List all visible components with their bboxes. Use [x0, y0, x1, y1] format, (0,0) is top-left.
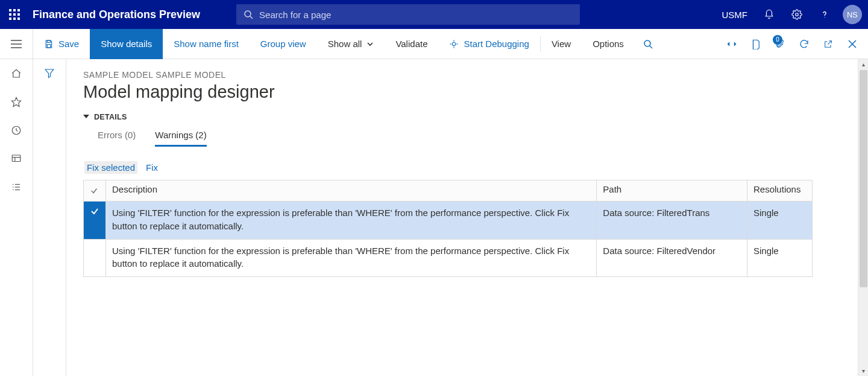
tab-warnings[interactable]: Warnings (2) — [155, 130, 206, 147]
office-icon — [751, 39, 761, 49]
cell-path: Data source: FilteredTrans — [597, 202, 747, 240]
svg-point-2 — [796, 13, 799, 16]
hamburger-icon — [11, 40, 22, 48]
office-addins-button[interactable] — [744, 29, 768, 59]
warnings-grid: Description Path Resolutions — [83, 180, 813, 277]
scroll-up-arrow[interactable]: ▴ — [858, 59, 868, 69]
warnings-grid-container: Fix selected Fix — [83, 162, 813, 277]
nav-workspaces[interactable] — [0, 144, 33, 173]
cell-description: Using 'FILTER' function for the expressi… — [106, 202, 597, 240]
save-label: Save — [58, 39, 79, 49]
connector-button[interactable] — [720, 29, 744, 59]
row-select-checkbox[interactable] — [84, 202, 106, 240]
nav-recent[interactable] — [0, 116, 33, 144]
grid-toolbar: Fix selected Fix — [83, 162, 813, 180]
view-menu[interactable]: View — [541, 29, 582, 59]
start-debugging-label: Start Debugging — [464, 39, 529, 49]
svg-marker-33 — [45, 69, 54, 78]
workspace-icon — [11, 153, 22, 164]
left-nav-rail — [0, 29, 33, 376]
svg-point-3 — [824, 17, 825, 18]
show-all-label: Show all — [328, 39, 362, 49]
validate-label: Validate — [395, 39, 427, 49]
checkmark-icon — [90, 186, 98, 195]
settings-button[interactable] — [784, 0, 810, 29]
caret-down-icon — [83, 115, 89, 118]
nav-home[interactable] — [0, 59, 33, 88]
scroll-down-arrow[interactable]: ▾ — [858, 366, 868, 376]
user-avatar[interactable]: NS — [843, 5, 862, 24]
vertical-scrollbar[interactable]: ▴ ▾ — [858, 59, 868, 376]
refresh-icon — [799, 39, 810, 49]
close-icon — [848, 40, 857, 48]
grid-row[interactable]: Using 'FILTER' function for the expressi… — [84, 239, 813, 277]
show-details-button[interactable]: Show details — [90, 29, 163, 59]
action-bar-right: 0 — [720, 29, 868, 59]
svg-line-26 — [650, 46, 652, 48]
show-name-first-button[interactable]: Show name first — [163, 29, 250, 59]
find-button[interactable] — [635, 29, 661, 59]
app-launcher-button[interactable] — [0, 0, 29, 29]
home-icon — [11, 68, 22, 79]
global-search[interactable]: Search for a page — [236, 4, 580, 25]
validate-button[interactable]: Validate — [385, 29, 438, 59]
page-title: Model mapping designer — [83, 82, 868, 102]
grid-row[interactable]: Using 'FILTER' function for the expressi… — [84, 202, 813, 240]
save-button[interactable]: Save — [33, 29, 90, 59]
fix-selected-link[interactable]: Fix selected — [84, 161, 137, 174]
show-all-dropdown[interactable]: Show all — [317, 29, 385, 59]
company-code[interactable]: USMF — [715, 10, 755, 20]
svg-rect-9 — [12, 155, 20, 162]
search-icon — [643, 39, 653, 49]
breadcrumb: SAMPLE MODEL SAMPLE MODEL — [83, 70, 868, 80]
scroll-thumb[interactable] — [860, 70, 867, 287]
popout-button[interactable] — [816, 29, 840, 59]
start-debugging-button[interactable]: Start Debugging — [438, 29, 539, 59]
debug-icon — [449, 39, 459, 49]
clock-icon — [11, 125, 22, 136]
modules-icon — [11, 182, 22, 193]
filter-button[interactable] — [44, 68, 55, 376]
app-title: Finance and Operations Preview — [33, 8, 200, 21]
select-all-header[interactable] — [84, 180, 106, 202]
svg-line-1 — [250, 16, 253, 19]
help-icon — [819, 9, 830, 20]
view-label: View — [552, 39, 571, 49]
attachment-count-badge: 0 — [773, 35, 782, 45]
svg-marker-7 — [12, 97, 21, 106]
notifications-button[interactable] — [756, 0, 782, 29]
show-name-first-label: Show name first — [174, 39, 239, 49]
gear-icon — [791, 9, 802, 20]
col-resolutions[interactable]: Resolutions — [747, 180, 813, 202]
global-navbar: Finance and Operations Preview Search fo… — [0, 0, 868, 29]
attachments-button[interactable]: 0 — [768, 29, 792, 59]
options-menu[interactable]: Options — [582, 29, 635, 59]
expand-nav-button[interactable] — [0, 29, 33, 59]
grid-header-row: Description Path Resolutions — [84, 180, 813, 202]
help-button[interactable] — [811, 0, 838, 29]
col-description[interactable]: Description — [106, 180, 597, 202]
refresh-button[interactable] — [792, 29, 816, 59]
tab-errors[interactable]: Errors (0) — [98, 130, 136, 147]
funnel-icon — [44, 68, 55, 78]
search-placeholder: Search for a page — [259, 10, 331, 20]
nav-favorites[interactable] — [0, 88, 33, 116]
svg-marker-27 — [728, 42, 730, 46]
svg-point-0 — [245, 11, 251, 17]
save-icon — [44, 39, 54, 49]
waffle-icon — [9, 9, 20, 20]
col-path[interactable]: Path — [597, 180, 747, 202]
nav-modules[interactable] — [0, 173, 33, 201]
svg-marker-28 — [734, 42, 737, 46]
star-icon — [11, 97, 22, 107]
avatar-initials: NS — [847, 10, 858, 19]
fix-link[interactable]: Fix — [146, 162, 158, 173]
page-content: SAMPLE MODEL SAMPLE MODEL Model mapping … — [66, 59, 868, 376]
popout-icon — [823, 39, 833, 49]
close-button[interactable] — [840, 29, 864, 59]
details-section-toggle[interactable]: DETAILS — [83, 113, 868, 121]
group-view-button[interactable]: Group view — [250, 29, 317, 59]
filter-rail — [33, 59, 66, 376]
checkmark-icon — [90, 206, 99, 216]
row-select-checkbox[interactable] — [84, 239, 106, 277]
